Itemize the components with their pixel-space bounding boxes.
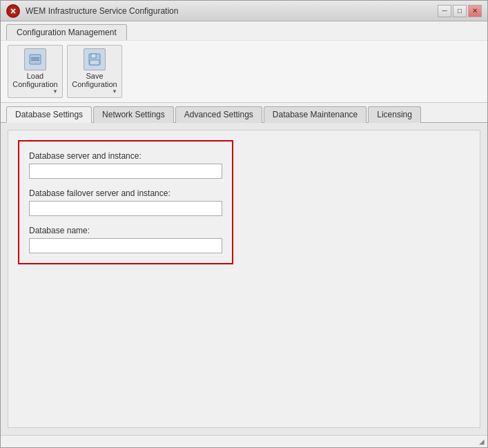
tab-network-settings[interactable]: Network Settings bbox=[93, 106, 174, 123]
title-bar-left: WEM Infrastructure Service Configuration bbox=[6, 4, 178, 18]
tab-database-settings[interactable]: Database Settings bbox=[6, 106, 92, 123]
save-configuration-button[interactable]: Save Configuration ▼ bbox=[67, 45, 122, 98]
save-btn-corner: ▼ bbox=[70, 88, 119, 95]
load-corner-arrow: ▼ bbox=[52, 88, 58, 95]
failover-input[interactable] bbox=[29, 201, 222, 216]
svg-rect-4 bbox=[91, 54, 96, 58]
load-config-label: Load Configuration bbox=[11, 72, 59, 88]
tab-licensing[interactable]: Licensing bbox=[368, 106, 421, 123]
title-bar-controls: ─ □ ✕ bbox=[438, 5, 482, 17]
dbname-input[interactable] bbox=[29, 238, 222, 253]
load-btn-corner: ▼ bbox=[11, 88, 59, 95]
tab-advanced-settings[interactable]: Advanced Settings bbox=[175, 106, 262, 123]
minimize-button[interactable]: ─ bbox=[438, 5, 451, 17]
app-icon bbox=[6, 4, 20, 18]
tab-database-maintenance[interactable]: Database Maintenance bbox=[264, 106, 367, 123]
server-input[interactable] bbox=[29, 164, 222, 179]
dbname-field-group: Database name: bbox=[29, 226, 222, 253]
svg-rect-5 bbox=[90, 60, 99, 65]
toolbar-area: Configuration Management Load Configurat… bbox=[1, 21, 487, 103]
content-panel: Database server and instance: Database f… bbox=[8, 130, 480, 428]
svg-rect-2 bbox=[31, 59, 39, 61]
title-bar: WEM Infrastructure Service Configuration… bbox=[1, 1, 487, 21]
failover-field-group: Database failover server and instance: bbox=[29, 188, 222, 216]
save-corner-arrow: ▼ bbox=[112, 88, 117, 95]
main-content: Database server and instance: Database f… bbox=[1, 123, 487, 435]
toolbar-buttons: Load Configuration ▼ Save Configuration … bbox=[1, 40, 487, 102]
load-configuration-button[interactable]: Load Configuration ▼ bbox=[8, 45, 63, 98]
save-config-icon bbox=[84, 48, 106, 70]
failover-label: Database failover server and instance: bbox=[29, 188, 222, 198]
maximize-button[interactable]: □ bbox=[453, 5, 467, 17]
load-config-icon bbox=[24, 48, 46, 70]
window-title: WEM Infrastructure Service Configuration bbox=[26, 6, 178, 16]
database-settings-section: Database server and instance: Database f… bbox=[18, 140, 233, 264]
status-bar: ◢ bbox=[1, 435, 487, 447]
tab-strip: Database Settings Network Settings Advan… bbox=[1, 103, 487, 123]
server-field-group: Database server and instance: bbox=[29, 151, 222, 179]
configuration-management-tab[interactable]: Configuration Management bbox=[6, 24, 127, 40]
toolbar-tab-row: Configuration Management bbox=[1, 21, 487, 40]
server-label: Database server and instance: bbox=[29, 151, 222, 161]
save-config-label: Save Configuration bbox=[70, 72, 119, 88]
resize-handle: ◢ bbox=[479, 438, 485, 445]
svg-rect-1 bbox=[31, 57, 39, 59]
dbname-label: Database name: bbox=[29, 226, 222, 235]
close-button[interactable]: ✕ bbox=[468, 5, 482, 17]
main-window: WEM Infrastructure Service Configuration… bbox=[0, 0, 488, 448]
